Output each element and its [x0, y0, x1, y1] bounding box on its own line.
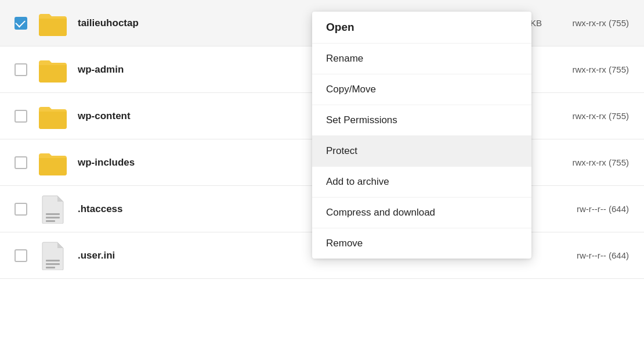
checkbox-cell[interactable] [9, 156, 32, 169]
folder-icon-cell [32, 103, 73, 129]
svg-rect-4 [46, 263, 60, 265]
svg-rect-2 [46, 220, 55, 222]
checkbox-wp-admin[interactable] [15, 63, 27, 76]
folder-icon-cell [32, 150, 73, 175]
file-icon [41, 195, 64, 224]
context-menu-item-copy-move[interactable]: Copy/Move [312, 74, 531, 105]
context-menu-item-open[interactable]: Open [312, 12, 531, 44]
file-permissions: rwx-rx-rx (755) [542, 18, 635, 28]
file-icon-cell [32, 241, 73, 270]
checkbox-cell[interactable] [9, 110, 32, 123]
folder-icon-cell [32, 57, 73, 83]
checkbox-user-ini[interactable] [15, 249, 27, 262]
svg-rect-3 [46, 260, 60, 261]
folder-icon [38, 10, 68, 36]
checkbox-tailieuhoctap[interactable] [15, 17, 27, 30]
folder-icon [38, 150, 68, 175]
folder-icon-cell [32, 10, 73, 36]
checkbox-wp-includes[interactable] [15, 156, 27, 169]
file-icon-cell [32, 195, 73, 224]
context-menu-item-compress-download[interactable]: Compress and download [312, 198, 531, 228]
file-permissions: rwx-rx-rx (755) [542, 111, 635, 121]
folder-icon [38, 57, 68, 83]
checkbox-htaccess[interactable] [15, 203, 27, 216]
file-icon [41, 241, 64, 270]
context-menu-item-add-to-archive[interactable]: Add to archive [312, 167, 531, 198]
context-menu-item-set-permissions[interactable]: Set Permissions [312, 105, 531, 136]
checkbox-wp-content[interactable] [15, 110, 27, 123]
svg-rect-5 [46, 267, 55, 268]
file-permissions: rwx-rx-rx (755) [542, 64, 635, 74]
file-manager: tailieuhoctap 72.30 KB rwx-rx-rx (755) w… [0, 0, 644, 279]
folder-icon [38, 103, 68, 129]
svg-rect-1 [46, 217, 60, 218]
checkbox-cell[interactable] [9, 203, 32, 216]
context-menu-item-protect[interactable]: Protect [312, 136, 531, 167]
file-permissions: rw-r--r-- (644) [542, 204, 635, 214]
context-menu: Open Rename Copy/Move Set Permissions Pr… [312, 12, 531, 259]
svg-rect-0 [46, 213, 60, 215]
context-menu-item-rename[interactable]: Rename [312, 44, 531, 74]
file-permissions: rw-r--r-- (644) [542, 250, 635, 260]
checkbox-cell[interactable] [9, 63, 32, 76]
checkbox-cell[interactable] [9, 249, 32, 262]
context-menu-item-remove[interactable]: Remove [312, 228, 531, 259]
file-permissions: rwx-rx-rx (755) [542, 157, 635, 167]
checkbox-cell[interactable] [9, 17, 32, 30]
